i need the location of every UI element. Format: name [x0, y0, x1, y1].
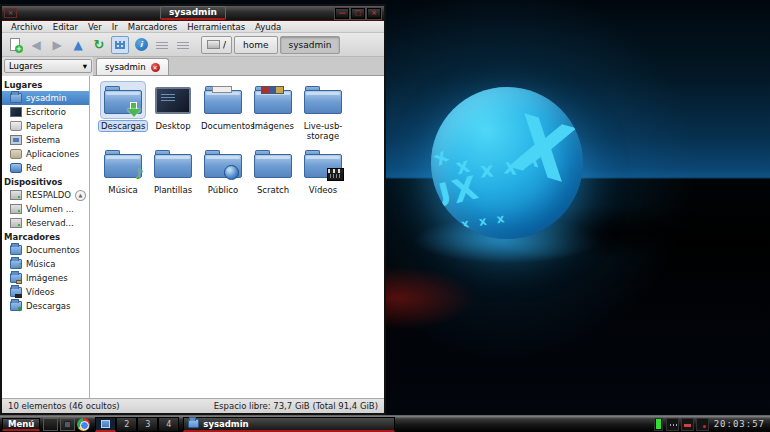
- workspace-2[interactable]: 2: [116, 417, 137, 432]
- music-folder-icon: ♪: [10, 259, 22, 269]
- refresh-button[interactable]: ↻: [90, 36, 108, 54]
- computer-icon: [10, 135, 22, 145]
- path-current-button[interactable]: sysadmin: [280, 36, 341, 54]
- sidebar: Lugares sysadmin Escritorio Papelera Sis…: [2, 76, 90, 398]
- detail-view-button[interactable]: [174, 36, 192, 54]
- forward-arrow-icon: ▶: [52, 38, 61, 52]
- path-breadcrumb: / home sysadmin: [201, 36, 340, 54]
- file-item-documentos[interactable]: Documentos: [198, 82, 248, 142]
- up-button[interactable]: ▲: [69, 36, 87, 54]
- applications-icon: [10, 149, 22, 159]
- chrome-launcher-icon[interactable]: [77, 418, 90, 431]
- sidebar-item-sysadmin[interactable]: sysadmin: [2, 91, 89, 105]
- compact-view-button[interactable]: [153, 36, 171, 54]
- file-item-descargas[interactable]: Descargas: [98, 82, 148, 142]
- sidebar-item-volumen[interactable]: Volumen ...: [2, 202, 89, 216]
- file-item-plantillas[interactable]: Plantillas: [148, 146, 198, 206]
- new-tab-button[interactable]: +: [6, 36, 24, 54]
- sphere-stitch: x: [479, 160, 494, 182]
- task-button-sysadmin[interactable]: sysadmin: [183, 417, 395, 432]
- file-label: Scratch: [255, 185, 291, 195]
- sidebar-item-musica[interactable]: ♪ Música: [2, 257, 89, 271]
- grid-view-icon: [115, 41, 125, 49]
- minimize-button[interactable]: —: [335, 8, 349, 19]
- window-menu-icon[interactable]: ×: [4, 8, 17, 18]
- sidebar-item-descargas[interactable]: ▼ Descargas: [2, 299, 89, 313]
- path-home-button[interactable]: home: [234, 36, 278, 54]
- music-note-emblem: ♪: [135, 166, 144, 182]
- show-desktop-launcher-icon[interactable]: [43, 418, 58, 431]
- sidebar-item-sistema[interactable]: Sistema: [2, 133, 89, 147]
- tray-network-icon[interactable]: [681, 418, 694, 431]
- folder-icon: [154, 150, 192, 178]
- tray-keyboard-icon[interactable]: [666, 418, 679, 431]
- file-label: Descargas: [99, 121, 147, 131]
- file-label: Desktop: [153, 121, 192, 131]
- clapperboard-emblem: [327, 168, 344, 181]
- drive-icon: [207, 40, 220, 49]
- file-item-imagenes[interactable]: Imágenes: [248, 82, 298, 142]
- file-item-desktop[interactable]: Desktop: [148, 82, 198, 142]
- workspace-3[interactable]: 3: [137, 417, 158, 432]
- file-item-musica[interactable]: ♪ Música: [98, 146, 148, 206]
- desktop-screen-icon: [155, 87, 191, 114]
- sidebar-mode-dropdown[interactable]: Lugares ▾: [4, 59, 92, 73]
- folder-icon: [304, 86, 342, 114]
- menu-button[interactable]: Menú: [2, 418, 40, 431]
- workspace-4[interactable]: 4: [158, 417, 179, 432]
- menu-editar[interactable]: Editar: [48, 22, 83, 32]
- titlebar[interactable]: × sysadmin — □ ×: [2, 6, 384, 21]
- sidebar-item-escritorio[interactable]: Escritorio: [2, 105, 89, 119]
- taskbar: Menú 2 3 4 sysadmin 20:03:57: [0, 415, 770, 432]
- tab-close-icon[interactable]: ✕: [151, 63, 160, 72]
- sidebar-item-respaldo[interactable]: RESPALDO ▲: [2, 188, 89, 202]
- globe-emblem: [224, 165, 239, 180]
- forward-button[interactable]: ▶: [48, 36, 66, 54]
- toolbar: + ◀ ▶ ▲ ↻ i / home sysadmin: [2, 33, 384, 57]
- file-manager-window: × sysadmin — □ × Archivo Editar Ver Ir M…: [0, 4, 386, 415]
- sidebar-item-reservado[interactable]: Reservad...: [2, 216, 89, 230]
- folder-icon: [10, 245, 22, 255]
- window-list-launcher-icon[interactable]: [60, 418, 75, 431]
- sidebar-item-aplicaciones[interactable]: Aplicaciones: [2, 147, 89, 161]
- window-thumbnail-icon: [101, 420, 110, 428]
- menu-ver[interactable]: Ver: [83, 22, 107, 32]
- maximize-button[interactable]: □: [351, 8, 365, 19]
- window-title: sysadmin: [160, 6, 226, 20]
- clock[interactable]: 20:03:57: [711, 419, 770, 429]
- sidebar-item-papelera[interactable]: Papelera: [2, 119, 89, 133]
- sidebar-item-imagenes[interactable]: Imágenes: [2, 271, 89, 285]
- workspace-1[interactable]: [95, 417, 116, 432]
- tab-label: sysadmin: [105, 62, 146, 72]
- file-item-videos[interactable]: Vídeos: [298, 146, 348, 206]
- menu-ir[interactable]: Ir: [107, 22, 123, 32]
- sidebar-item-documentos[interactable]: Documentos: [2, 243, 89, 257]
- close-button[interactable]: ×: [367, 8, 381, 19]
- back-button[interactable]: ◀: [27, 36, 45, 54]
- menu-archivo[interactable]: Archivo: [6, 22, 48, 32]
- eject-icon[interactable]: ▲: [75, 190, 86, 201]
- menu-marcadores[interactable]: Marcadores: [123, 22, 182, 32]
- sidebar-item-videos[interactable]: Vídeos: [2, 285, 89, 299]
- file-item-publico[interactable]: Público: [198, 146, 248, 206]
- tray-status-icon[interactable]: [696, 418, 709, 431]
- sidebar-mode-label: Lugares: [9, 61, 43, 71]
- path-root-button[interactable]: /: [201, 36, 232, 54]
- images-folder-icon: [10, 273, 22, 283]
- file-item-scratch[interactable]: Scratch: [248, 146, 298, 206]
- file-item-live-usb-storage[interactable]: Live-usb-storage: [298, 82, 348, 142]
- sidebar-item-red[interactable]: Red: [2, 161, 89, 175]
- cpu-monitor[interactable]: [654, 418, 663, 431]
- info-button[interactable]: i: [132, 36, 150, 54]
- home-folder-icon: [10, 93, 22, 103]
- file-list-area[interactable]: Descargas Desktop Documentos Imágenes: [90, 76, 384, 398]
- icon-view-button[interactable]: [111, 36, 129, 54]
- drive-icon: [10, 218, 22, 228]
- documents-folder-icon: [204, 86, 242, 114]
- menu-herramientas[interactable]: Herramientas: [182, 22, 250, 32]
- linux-sphere-artwork: x x x x x UX X x x x: [431, 87, 583, 239]
- workspace-pager: 2 3 4: [95, 417, 179, 432]
- desktop-icon: [10, 107, 22, 117]
- menu-ayuda[interactable]: Ayuda: [250, 22, 286, 32]
- tab-sysadmin[interactable]: sysadmin ✕: [96, 58, 169, 75]
